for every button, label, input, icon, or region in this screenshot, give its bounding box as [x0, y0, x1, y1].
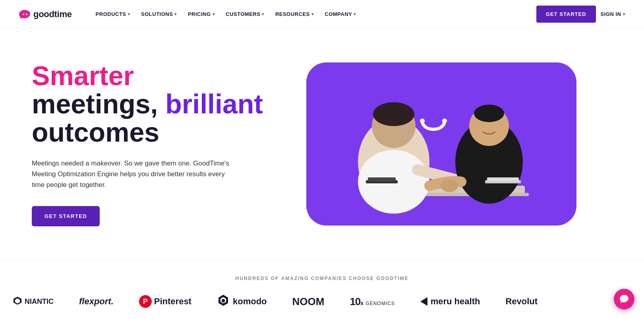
svg-point-5 [373, 102, 414, 126]
chevron-down-icon: ▾ [128, 12, 130, 16]
companies-tagline: HUNDREDS OF AMAZING COMPANIES CHOOSE GOO… [0, 276, 644, 281]
nav-item-resources[interactable]: RESOURCES ▾ [271, 8, 318, 20]
hero-description: Meetings needed a makeover. So we gave t… [32, 158, 230, 191]
meru-icon [420, 297, 427, 306]
nav-item-products[interactable]: PRODUCTS ▾ [91, 8, 135, 20]
company-logo-pinterest: P Pinterest [126, 295, 204, 308]
hero-image [270, 62, 612, 226]
chevron-down-icon: ▾ [174, 12, 177, 16]
chevron-down-icon: ▾ [311, 12, 314, 16]
logo-text: goodtime [33, 9, 72, 19]
chevron-down-icon: ▾ [354, 12, 356, 16]
chevron-down-icon: ▾ [262, 12, 264, 16]
hero-card-bg [306, 62, 576, 226]
logo[interactable]: goodtime [19, 9, 72, 19]
company-logo-noom: NOOM [280, 296, 337, 308]
svg-point-14 [420, 119, 425, 123]
nav-actions: GET STARTED SIGN IN ▾ [536, 6, 625, 23]
hero-section: Smarter meetings, brilliant outcomes Mee… [0, 29, 644, 259]
svg-point-8 [474, 105, 504, 122]
company-logo-komodo: komodo [204, 294, 280, 309]
pinterest-icon: P [139, 295, 152, 308]
hero-get-started-button[interactable]: GET STARTED [32, 206, 100, 226]
hero-content: Smarter meetings, brilliant outcomes Mee… [32, 62, 270, 227]
komodo-icon [217, 294, 230, 309]
companies-section: HUNDREDS OF AMAZING COMPANIES CHOOSE GOO… [0, 259, 644, 319]
nav-item-pricing[interactable]: PRICING ▾ [183, 8, 219, 20]
chevron-down-icon: ▾ [623, 12, 625, 16]
svg-point-15 [442, 119, 447, 123]
svg-point-9 [441, 179, 458, 192]
niantic-icon [13, 296, 22, 307]
nav-item-solutions[interactable]: SOLUTIONS ▾ [136, 8, 182, 20]
svg-rect-11 [368, 177, 396, 181]
company-logo-niantic: NIANTIC [0, 296, 66, 307]
companies-logos: NIANTIC flexport. P Pinterest komodo NOO… [0, 294, 644, 309]
hero-visual [306, 62, 576, 226]
svg-rect-13 [487, 177, 519, 181]
company-logo-meru: meru health [408, 296, 493, 307]
chat-button[interactable] [614, 289, 634, 309]
navbar: goodtime PRODUCTS ▾ SOLUTIONS ▾ PRICING … [0, 0, 644, 29]
nav-links: PRODUCTS ▾ SOLUTIONS ▾ PRICING ▾ CUSTOME… [91, 8, 536, 20]
company-logo-10x: 10x GENOMICS [337, 296, 407, 308]
nav-sign-in-button[interactable]: SIGN IN ▾ [601, 11, 625, 17]
nav-item-company[interactable]: COMPANY ▾ [320, 8, 360, 20]
chevron-down-icon: ▾ [213, 12, 215, 16]
hero-title: Smarter meetings, brilliant outcomes [32, 62, 270, 147]
nav-item-customers[interactable]: CUSTOMERS ▾ [221, 8, 269, 20]
company-logo-flexport: flexport. [66, 296, 126, 307]
company-logo-revolut: Revolut [493, 296, 550, 307]
nav-get-started-button[interactable]: GET STARTED [536, 6, 596, 23]
